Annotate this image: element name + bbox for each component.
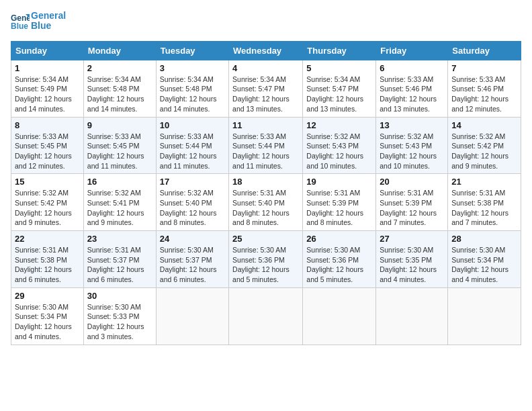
day-number: 6 (380, 63, 444, 73)
day-detail: Sunrise: 5:31 AMSunset: 5:39 PMDaylight:… (380, 189, 437, 226)
calendar-cell: 23 Sunrise: 5:31 AMSunset: 5:37 PMDaylig… (83, 231, 156, 288)
day-number: 9 (87, 120, 152, 130)
day-number: 10 (160, 120, 225, 130)
day-detail: Sunrise: 5:31 AMSunset: 5:38 PMDaylight:… (15, 246, 72, 283)
day-number: 29 (15, 291, 80, 301)
day-number: 17 (160, 177, 225, 187)
day-detail: Sunrise: 5:33 AMSunset: 5:45 PMDaylight:… (15, 132, 72, 170)
day-detail: Sunrise: 5:30 AMSunset: 5:37 PMDaylight:… (160, 246, 217, 283)
calendar-header-monday: Monday (83, 41, 156, 60)
calendar-week-2: 8 Sunrise: 5:33 AMSunset: 5:45 PMDayligh… (11, 117, 521, 174)
day-detail: Sunrise: 5:32 AMSunset: 5:41 PMDaylight:… (87, 189, 144, 226)
day-detail: Sunrise: 5:32 AMSunset: 5:42 PMDaylight:… (451, 132, 508, 170)
day-number: 21 (451, 177, 517, 187)
day-number: 1 (15, 63, 80, 73)
day-number: 27 (380, 234, 444, 244)
day-detail: Sunrise: 5:33 AMSunset: 5:44 PMDaylight:… (232, 132, 290, 170)
day-detail: Sunrise: 5:30 AMSunset: 5:34 PMDaylight:… (15, 303, 72, 340)
day-number: 5 (306, 63, 372, 73)
calendar-cell: 17 Sunrise: 5:32 AMSunset: 5:40 PMDaylig… (156, 174, 228, 231)
calendar-cell: 1 Sunrise: 5:34 AMSunset: 5:49 PMDayligh… (11, 60, 84, 117)
day-detail: Sunrise: 5:30 AMSunset: 5:35 PMDaylight:… (380, 246, 437, 283)
calendar-cell: 16 Sunrise: 5:32 AMSunset: 5:41 PMDaylig… (83, 174, 156, 231)
calendar-cell: 28 Sunrise: 5:30 AMSunset: 5:34 PMDaylig… (448, 231, 521, 288)
day-detail: Sunrise: 5:32 AMSunset: 5:42 PMDaylight:… (15, 189, 72, 226)
day-number: 13 (380, 120, 444, 130)
calendar-cell: 13 Sunrise: 5:32 AMSunset: 5:43 PMDaylig… (376, 117, 448, 174)
day-number: 8 (15, 120, 80, 130)
day-number: 16 (87, 177, 152, 187)
day-number: 26 (306, 234, 372, 244)
calendar-cell: 4 Sunrise: 5:34 AMSunset: 5:47 PMDayligh… (229, 60, 303, 117)
calendar-cell (376, 287, 448, 345)
calendar-week-3: 15 Sunrise: 5:32 AMSunset: 5:42 PMDaylig… (11, 174, 521, 231)
calendar-cell: 5 Sunrise: 5:34 AMSunset: 5:47 PMDayligh… (303, 60, 376, 117)
day-detail: Sunrise: 5:31 AMSunset: 5:37 PMDaylight:… (87, 246, 144, 283)
calendar-header-sunday: Sunday (11, 41, 84, 60)
day-number: 15 (15, 177, 80, 187)
day-detail: Sunrise: 5:33 AMSunset: 5:45 PMDaylight:… (87, 132, 144, 170)
calendar-header-friday: Friday (376, 41, 448, 60)
calendar: SundayMondayTuesdayWednesdayThursdayFrid… (11, 41, 521, 345)
day-detail: Sunrise: 5:32 AMSunset: 5:40 PMDaylight:… (160, 189, 217, 226)
calendar-header-tuesday: Tuesday (156, 41, 228, 60)
calendar-week-5: 29 Sunrise: 5:30 AMSunset: 5:34 PMDaylig… (11, 287, 521, 345)
day-detail: Sunrise: 5:33 AMSunset: 5:46 PMDaylight:… (451, 75, 508, 113)
calendar-week-4: 22 Sunrise: 5:31 AMSunset: 5:38 PMDaylig… (11, 231, 521, 288)
calendar-week-1: 1 Sunrise: 5:34 AMSunset: 5:49 PMDayligh… (11, 60, 521, 117)
day-number: 2 (87, 63, 152, 73)
day-number: 24 (160, 234, 225, 244)
calendar-cell (229, 287, 303, 345)
day-number: 30 (87, 291, 152, 301)
day-detail: Sunrise: 5:34 AMSunset: 5:47 PMDaylight:… (306, 75, 363, 113)
calendar-cell: 29 Sunrise: 5:30 AMSunset: 5:34 PMDaylig… (11, 287, 84, 345)
day-detail: Sunrise: 5:31 AMSunset: 5:38 PMDaylight:… (451, 189, 508, 226)
day-number: 3 (160, 63, 225, 73)
calendar-cell: 15 Sunrise: 5:32 AMSunset: 5:42 PMDaylig… (11, 174, 84, 231)
calendar-cell: 30 Sunrise: 5:30 AMSunset: 5:33 PMDaylig… (83, 287, 156, 345)
day-number: 4 (232, 63, 299, 73)
calendar-header-thursday: Thursday (303, 41, 376, 60)
logo-line2: Blue (31, 21, 66, 31)
day-number: 12 (306, 120, 372, 130)
day-detail: Sunrise: 5:33 AMSunset: 5:44 PMDaylight:… (160, 132, 217, 170)
calendar-cell: 2 Sunrise: 5:34 AMSunset: 5:48 PMDayligh… (83, 60, 156, 117)
day-number: 19 (306, 177, 372, 187)
calendar-cell: 21 Sunrise: 5:31 AMSunset: 5:38 PMDaylig… (448, 174, 521, 231)
calendar-cell: 24 Sunrise: 5:30 AMSunset: 5:37 PMDaylig… (156, 231, 228, 288)
calendar-cell: 7 Sunrise: 5:33 AMSunset: 5:46 PMDayligh… (448, 60, 521, 117)
calendar-cell: 19 Sunrise: 5:31 AMSunset: 5:39 PMDaylig… (303, 174, 376, 231)
calendar-header-saturday: Saturday (448, 41, 521, 60)
calendar-cell: 26 Sunrise: 5:30 AMSunset: 5:36 PMDaylig… (303, 231, 376, 288)
day-number: 14 (451, 120, 517, 130)
calendar-cell: 11 Sunrise: 5:33 AMSunset: 5:44 PMDaylig… (229, 117, 303, 174)
calendar-body: 1 Sunrise: 5:34 AMSunset: 5:49 PMDayligh… (11, 60, 521, 345)
calendar-cell (303, 287, 376, 345)
day-detail: Sunrise: 5:30 AMSunset: 5:33 PMDaylight:… (87, 303, 144, 340)
calendar-cell: 20 Sunrise: 5:31 AMSunset: 5:39 PMDaylig… (376, 174, 448, 231)
day-detail: Sunrise: 5:34 AMSunset: 5:47 PMDaylight:… (232, 75, 290, 113)
calendar-cell: 22 Sunrise: 5:31 AMSunset: 5:38 PMDaylig… (11, 231, 84, 288)
logo-line1: General (31, 11, 66, 21)
calendar-cell (448, 287, 521, 345)
day-detail: Sunrise: 5:31 AMSunset: 5:40 PMDaylight:… (232, 189, 290, 226)
calendar-cell: 10 Sunrise: 5:33 AMSunset: 5:44 PMDaylig… (156, 117, 228, 174)
day-detail: Sunrise: 5:34 AMSunset: 5:48 PMDaylight:… (87, 75, 144, 113)
calendar-cell: 3 Sunrise: 5:34 AMSunset: 5:48 PMDayligh… (156, 60, 228, 117)
calendar-cell: 27 Sunrise: 5:30 AMSunset: 5:35 PMDaylig… (376, 231, 448, 288)
calendar-header: SundayMondayTuesdayWednesdayThursdayFrid… (11, 41, 521, 60)
calendar-cell: 8 Sunrise: 5:33 AMSunset: 5:45 PMDayligh… (11, 117, 84, 174)
day-detail: Sunrise: 5:30 AMSunset: 5:36 PMDaylight:… (306, 246, 363, 283)
day-detail: Sunrise: 5:34 AMSunset: 5:48 PMDaylight:… (160, 75, 217, 113)
logo: General Blue General Blue (11, 11, 66, 32)
day-number: 11 (232, 120, 299, 130)
day-detail: Sunrise: 5:33 AMSunset: 5:46 PMDaylight:… (380, 75, 437, 113)
calendar-cell: 14 Sunrise: 5:32 AMSunset: 5:42 PMDaylig… (448, 117, 521, 174)
day-number: 23 (87, 234, 152, 244)
day-detail: Sunrise: 5:34 AMSunset: 5:49 PMDaylight:… (15, 75, 72, 113)
calendar-cell: 25 Sunrise: 5:30 AMSunset: 5:36 PMDaylig… (229, 231, 303, 288)
day-number: 20 (380, 177, 444, 187)
day-number: 28 (451, 234, 517, 244)
day-detail: Sunrise: 5:32 AMSunset: 5:43 PMDaylight:… (380, 132, 437, 170)
calendar-cell: 18 Sunrise: 5:31 AMSunset: 5:40 PMDaylig… (229, 174, 303, 231)
